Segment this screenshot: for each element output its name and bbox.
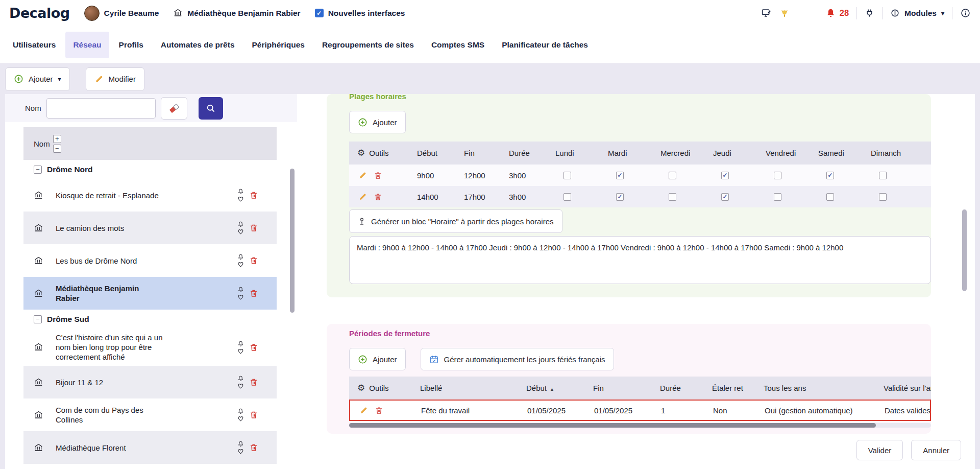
- day-checkbox-lundi[interactable]: [564, 172, 571, 179]
- user-menu[interactable]: Cyrile Beaume: [84, 6, 159, 21]
- cancel-button[interactable]: Annuler: [911, 440, 961, 460]
- tab-profils[interactable]: Profils: [111, 32, 151, 58]
- sites-scrollbar[interactable]: [290, 169, 295, 313]
- bell-icon[interactable]: [237, 221, 244, 227]
- collapse-all-button[interactable]: −: [53, 145, 61, 153]
- day-checkbox-samedi[interactable]: [826, 172, 834, 179]
- closures-panel: Périodes de fermeture Ajouter Gérer auto…: [327, 324, 931, 434]
- tab-utilisateurs[interactable]: Utilisateurs: [5, 32, 63, 58]
- bell-icon[interactable]: [237, 408, 244, 414]
- day-checkbox-dimanche[interactable]: [879, 193, 887, 201]
- trash-icon[interactable]: [249, 378, 258, 387]
- workstation-icon[interactable]: [761, 8, 772, 18]
- heart-icon[interactable]: [237, 228, 244, 235]
- schedule-summary-textarea[interactable]: Mardi : 9h00 à 12h00 - 14h00 à 17h00 Jeu…: [349, 236, 931, 284]
- site-item-kiosque[interactable]: Kiosque de retrait - Esplanade: [23, 179, 277, 212]
- site-item-bijour[interactable]: Bijour 11 & 12: [23, 366, 277, 398]
- new-interfaces-checkbox[interactable]: ✓: [315, 9, 324, 17]
- site-item-long-nom[interactable]: C'est l'histoire d'un site qui a un nom …: [23, 329, 277, 366]
- bell-icon[interactable]: [237, 253, 244, 260]
- closures-hscroll-thumb[interactable]: [349, 423, 876, 428]
- plus-circle-icon: [358, 118, 368, 127]
- trash-icon[interactable]: [375, 406, 383, 415]
- tab-peripheriques[interactable]: Périphériques: [244, 32, 312, 58]
- trash-icon[interactable]: [249, 289, 258, 298]
- add-button[interactable]: Ajouter ▾: [5, 67, 70, 91]
- trash-icon[interactable]: [249, 410, 258, 419]
- trash-icon[interactable]: [249, 343, 258, 352]
- detail-scrollbar[interactable]: [962, 209, 967, 291]
- heart-icon[interactable]: [237, 196, 244, 202]
- site-item-com-de-com[interactable]: Com de com du Pays des Collines: [23, 398, 277, 431]
- collapse-group-icon[interactable]: −: [34, 315, 42, 323]
- heart-icon[interactable]: [237, 348, 244, 355]
- day-checkbox-mercredi[interactable]: [669, 172, 676, 179]
- day-checkbox-mardi[interactable]: [616, 193, 624, 201]
- name-filter-input[interactable]: [46, 98, 156, 119]
- tab-comptes-sms[interactable]: Comptes SMS: [424, 32, 492, 58]
- day-checkbox-jeudi[interactable]: [721, 172, 729, 179]
- group-drome-nord[interactable]: − Drôme Nord: [23, 160, 277, 179]
- collapse-group-icon[interactable]: −: [34, 166, 42, 174]
- trash-icon[interactable]: [249, 443, 258, 452]
- heart-icon[interactable]: [237, 415, 244, 422]
- beacon-icon[interactable]: [779, 8, 790, 18]
- heart-icon[interactable]: [237, 448, 244, 455]
- add-schedule-button[interactable]: Ajouter: [349, 111, 406, 133]
- heart-icon[interactable]: [237, 294, 244, 300]
- site-name-label: Bijour 11 & 12: [56, 378, 164, 387]
- col-debut-sortable[interactable]: Début▲: [519, 384, 586, 392]
- tab-regroupements[interactable]: Regroupements de sites: [314, 32, 422, 58]
- group-drome-sud[interactable]: − Drôme Sud: [23, 310, 277, 329]
- schedules-panel: Plages horaires Ajouter ⚙ Outils Début F…: [327, 94, 931, 297]
- site-item-benjamin-rabier[interactable]: Médiathèque Benjamin Rabier: [23, 277, 277, 310]
- tab-automates[interactable]: Automates de prêts: [153, 32, 242, 58]
- expand-all-button[interactable]: +: [53, 135, 61, 143]
- new-interfaces-toggle[interactable]: ✓ Nouvelles interfaces: [315, 9, 405, 18]
- site-item-florent[interactable]: Médiathèque Florent: [23, 431, 277, 464]
- trash-icon[interactable]: [374, 193, 382, 201]
- tab-planificateur[interactable]: Planificateur de tâches: [494, 32, 596, 58]
- site-item-camion[interactable]: Le camion des mots: [23, 212, 277, 244]
- bell-icon[interactable]: [237, 440, 244, 447]
- day-checkbox-mardi[interactable]: [616, 172, 624, 179]
- day-checkbox-samedi[interactable]: [826, 193, 834, 201]
- closure-row[interactable]: Fête du travail 01/05/2025 01/05/2025 1 …: [350, 401, 930, 420]
- day-checkbox-lundi[interactable]: [564, 193, 571, 201]
- closure-yearly: Oui (gestion automatique): [757, 406, 877, 415]
- generate-schedule-block-button[interactable]: Générer un bloc "Horaire" à partir des p…: [349, 209, 562, 233]
- search-button[interactable]: [199, 97, 223, 120]
- add-closure-button[interactable]: Ajouter: [349, 348, 406, 370]
- bell-icon[interactable]: [237, 340, 244, 347]
- trash-icon[interactable]: [249, 223, 258, 232]
- trash-icon[interactable]: [249, 191, 258, 200]
- trash-icon[interactable]: [374, 171, 382, 180]
- pencil-icon[interactable]: [358, 171, 367, 180]
- tab-reseau[interactable]: Réseau: [65, 32, 109, 58]
- pencil-icon[interactable]: [359, 406, 368, 415]
- site-selector[interactable]: Médiathèque Benjamin Rabier: [173, 8, 300, 18]
- validate-button[interactable]: Valider: [856, 440, 903, 460]
- pencil-icon[interactable]: [358, 193, 367, 201]
- trash-icon[interactable]: [249, 256, 258, 265]
- app-logo[interactable]: Decalog: [9, 5, 70, 21]
- day-checkbox-vendredi[interactable]: [774, 172, 781, 179]
- day-checkbox-dimanche[interactable]: [879, 172, 887, 179]
- modules-menu[interactable]: Modules ▾: [890, 8, 944, 18]
- notification-count[interactable]: 28: [840, 8, 849, 18]
- heart-icon[interactable]: [237, 261, 244, 268]
- site-item-bus[interactable]: Les bus de Drôme Nord: [23, 244, 277, 277]
- info-icon[interactable]: [960, 8, 971, 18]
- plug-icon[interactable]: [865, 8, 874, 18]
- bell-icon[interactable]: [237, 286, 244, 293]
- day-checkbox-mercredi[interactable]: [669, 193, 676, 201]
- day-checkbox-vendredi[interactable]: [774, 193, 781, 201]
- modify-button[interactable]: Modifier: [86, 67, 144, 91]
- bell-icon[interactable]: [237, 375, 244, 382]
- clear-filter-button[interactable]: [161, 97, 187, 120]
- bell-icon[interactable]: [237, 188, 244, 195]
- notifications-bell-icon[interactable]: [825, 8, 836, 18]
- manage-holidays-button[interactable]: Gérer automatiquement les jours fériés f…: [421, 348, 614, 370]
- heart-icon[interactable]: [237, 383, 244, 389]
- day-checkbox-jeudi[interactable]: [721, 193, 729, 201]
